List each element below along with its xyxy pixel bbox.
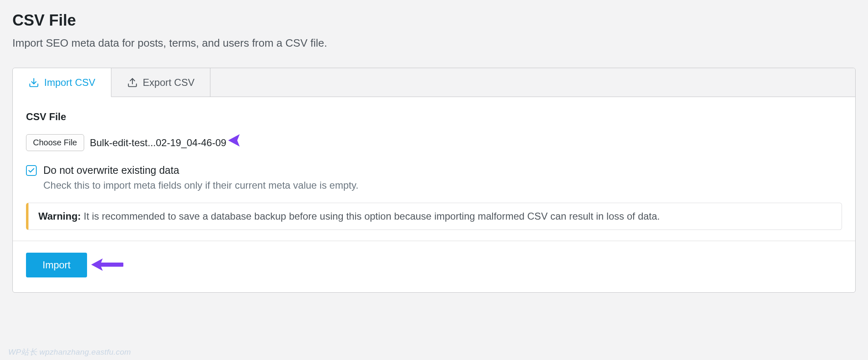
- warning-prefix: Warning:: [38, 211, 81, 222]
- tab-label: Import CSV: [44, 77, 95, 88]
- arrow-annotation-icon: [227, 131, 260, 152]
- overwrite-checkbox-row: Do not overwrite existing data: [26, 164, 842, 176]
- overwrite-checkbox-label[interactable]: Do not overwrite existing data: [43, 164, 179, 176]
- tab-export-csv[interactable]: Export CSV: [111, 68, 210, 97]
- tab-import-csv[interactable]: Import CSV: [13, 68, 111, 97]
- import-button[interactable]: Import: [26, 253, 87, 277]
- overwrite-checkbox[interactable]: [26, 165, 37, 176]
- panel-body: CSV File Choose File Bulk-edit-test...02…: [13, 97, 855, 241]
- arrow-annotation-icon: [90, 255, 123, 276]
- csv-panel: Import CSV Export CSV CSV File Choose Fi…: [12, 68, 856, 293]
- panel-footer: Import: [13, 241, 855, 292]
- warning-text: It is recommended to save a database bac…: [81, 211, 660, 222]
- selected-file-name: Bulk-edit-test...02-19_04-46-09: [90, 137, 226, 149]
- page-subtitle: Import SEO meta data for posts, terms, a…: [12, 37, 856, 50]
- upload-icon: [127, 77, 138, 88]
- choose-file-button[interactable]: Choose File: [26, 134, 84, 151]
- file-chooser-row: Choose File Bulk-edit-test...02-19_04-46…: [26, 134, 842, 151]
- download-icon: [28, 77, 39, 88]
- warning-box: Warning: It is recommended to save a dat…: [26, 203, 842, 230]
- overwrite-checkbox-help: Check this to import meta fields only if…: [43, 180, 842, 191]
- tabs: Import CSV Export CSV: [13, 68, 855, 97]
- tabs-spacer: [210, 68, 855, 97]
- watermark-text: WP站长 wpzhanzhang.eastfu.com: [8, 347, 131, 358]
- page-title: CSV File: [12, 12, 856, 29]
- csv-file-label: CSV File: [26, 111, 842, 123]
- tab-label: Export CSV: [143, 77, 194, 88]
